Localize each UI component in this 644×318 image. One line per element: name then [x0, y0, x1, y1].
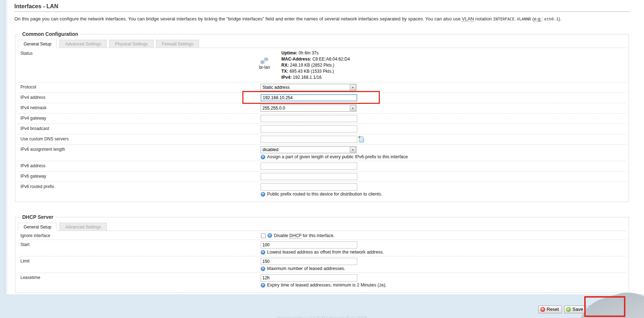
dhcp-abbr: DHCP — [289, 233, 301, 238]
page-description: On this page you can configure the netwo… — [14, 16, 630, 23]
status-line-ipv4: IPv4: 192.168.1.1/16 — [281, 74, 350, 81]
ipv6-assignment-select[interactable]: disabled ▼ — [261, 146, 357, 153]
form-row-limit: Limit ? Maximum number of leased address… — [18, 256, 626, 273]
luci-interfaces-page: Interfaces - LAN On this page you can co… — [0, 0, 644, 318]
form-row-custom-dns: Use custom DNS servers + — [18, 134, 626, 145]
form-row-ignore-interface: Ignore interface ? Disable DHCP for this… — [18, 231, 626, 240]
chevron-down-icon: ▼ — [350, 147, 356, 153]
leasetime-input[interactable] — [261, 274, 357, 281]
reset-icon: ✕ — [540, 307, 545, 312]
description-text: On this page you can configure the netwo… — [14, 16, 462, 21]
start-help: ? Lowest leased address as offset from t… — [261, 250, 626, 255]
ipv6-assignment-help: ? Assign a part of given length of every… — [261, 154, 626, 159]
dhcp-tab-general-setup[interactable]: General Setup — [18, 223, 57, 231]
protocol-select[interactable]: Static address ▼ — [261, 84, 357, 91]
form-row-protocol: Protocol Static address ▼ — [18, 82, 626, 93]
common-config-tabbar: General Setup Advanced Settings Physical… — [18, 38, 626, 48]
save-button[interactable]: ✓ Save — [564, 305, 586, 313]
ipv4-netmask-select[interactable]: 255.255.0.0 ▼ — [261, 105, 357, 112]
protocol-select-value: Static address — [261, 85, 350, 90]
ipv6-assignment-label: IPv6 assignment length — [18, 146, 261, 159]
leasetime-label: Leasetime — [18, 274, 261, 288]
common-configuration-legend: Common Configuration — [20, 31, 80, 37]
ipv4-gateway-label: IPv4 gateway — [18, 115, 261, 122]
help-icon: ? — [267, 233, 272, 238]
ipv6-prefix-input[interactable] — [261, 183, 357, 191]
device-block: br-lan — [251, 50, 279, 81]
start-input[interactable] — [261, 241, 357, 249]
ignore-interface-help: Disable DHCP for this interface. — [274, 233, 334, 238]
ipv4-broadcast-label: IPv4 broadcast — [18, 125, 261, 132]
form-row-ipv4-broadcast: IPv4 broadcast — [18, 124, 626, 134]
save-icon: ✓ — [566, 307, 571, 312]
start-label: Start — [18, 241, 261, 255]
ipv6-assignment-select-value: disabled — [261, 147, 350, 152]
tab-general-setup[interactable]: General Setup — [18, 40, 57, 48]
ignore-interface-label: Ignore interface — [18, 232, 261, 238]
help-icon: ? — [261, 250, 265, 255]
ipv6-prefix-help: ? Public prefix routed to this device fo… — [261, 192, 626, 197]
eth01-code: eth0.1 — [544, 17, 558, 21]
help-icon: ? — [261, 283, 265, 288]
dhcp-tab-advanced-settings[interactable]: Advanced Settings — [59, 223, 107, 231]
help-icon: ? — [261, 192, 265, 197]
device-name: br-lan — [259, 65, 270, 70]
left-edge-gradient — [4, 0, 8, 294]
eg-abbr: e.g. — [534, 16, 542, 22]
limit-input[interactable] — [261, 258, 357, 265]
form-row-leasetime: Leasetime ? Expiry time of leased addres… — [18, 273, 626, 289]
page-title: Interfaces - LAN — [14, 0, 630, 12]
dhcp-server-section: DHCP Server General Setup Advanced Setti… — [15, 214, 629, 293]
leasetime-code: 2m — [379, 283, 384, 288]
ipv4-netmask-select-value: 255.255.0.0 — [261, 106, 350, 111]
reset-button[interactable]: ✕ Reset — [538, 305, 562, 313]
status-line-rx: RX: 248.19 KB (2852 Pkts.) — [281, 62, 350, 68]
chevron-down-icon: ▼ — [350, 105, 356, 111]
tab-firewall-settings[interactable]: Firewall Settings — [156, 40, 199, 48]
form-row-ipv6-address: IPv6 address — [18, 161, 626, 172]
ipv6-address-input[interactable] — [261, 163, 357, 170]
status-label: Status — [18, 50, 33, 56]
ipv6-prefix-label: IPv6 routed prefix — [18, 183, 261, 197]
status-line-uptime: Uptime: 0h 6m 37s — [281, 50, 350, 56]
dhcp-server-legend: DHCP Server — [20, 214, 55, 220]
custom-dns-input[interactable] — [261, 136, 357, 143]
interface-vlannr-code: INTERFACE.VLANNR — [493, 17, 531, 21]
chevron-down-icon: ▼ — [350, 85, 356, 90]
tab-physical-settings[interactable]: Physical Settings — [109, 40, 153, 48]
protocol-label: Protocol — [18, 84, 261, 91]
status-line-tx: TX: 695.43 KB (1533 Pkts.) — [281, 68, 350, 74]
bridge-icon — [260, 57, 270, 64]
ipv6-gateway-label: IPv6 gateway — [18, 173, 261, 180]
help-icon: ? — [261, 266, 265, 271]
form-row-ipv4-gateway: IPv4 gateway — [18, 114, 626, 124]
status-line-mac: MAC-Address: C8:EE:A6:04:62:D4 — [281, 56, 350, 62]
vlan-abbr: VLAN — [462, 16, 474, 22]
ipv4-address-input[interactable] — [261, 94, 357, 101]
form-row-start: Start ? Lowest leased address as offset … — [18, 240, 626, 256]
leasetime-help-text: Expiry time of leased addresses, minimum… — [267, 283, 387, 288]
form-row-ipv6-prefix: IPv6 routed prefix ? Public prefix route… — [18, 182, 626, 198]
footer-text: Powered by LuCI (LTD Branded) © 2015 — [0, 315, 644, 318]
status-info: Uptime: 0h 6m 37s MAC-Address: C8:EE:A6:… — [281, 50, 350, 81]
form-row-ipv4-address: IPv4 address — [18, 93, 626, 103]
leasetime-help: ? Expiry time of leased addresses, minim… — [261, 283, 626, 288]
status-row: Status br-lan — [18, 48, 626, 82]
ipv6-address-label: IPv6 address — [18, 163, 261, 170]
form-row-ipv4-netmask: IPv4 netmask 255.255.0.0 ▼ — [18, 103, 626, 114]
form-row-ipv6-assignment: IPv6 assignment length disabled ▼ ? Assi… — [18, 145, 626, 161]
dhcp-tabbar: General Setup Advanced Settings — [18, 221, 626, 231]
tab-advanced-settings[interactable]: Advanced Settings — [59, 40, 107, 48]
main-content: Interfaces - LAN On this page you can co… — [4, 0, 644, 294]
common-configuration-section: Common Configuration General Setup Advan… — [15, 31, 629, 202]
ipv4-gateway-input[interactable] — [261, 115, 357, 122]
ipv6-gateway-input[interactable] — [261, 173, 357, 180]
help-icon: ? — [261, 155, 265, 159]
ignore-interface-checkbox[interactable] — [261, 233, 266, 238]
limit-help: ? Maximum number of leased addresses. — [261, 266, 626, 271]
ipv4-address-label: IPv4 address — [18, 94, 261, 101]
ipv4-broadcast-input[interactable] — [261, 125, 357, 132]
add-entry-icon[interactable]: + — [359, 136, 364, 143]
form-row-ipv6-gateway: IPv6 gateway — [18, 172, 626, 182]
custom-dns-label: Use custom DNS servers — [18, 136, 261, 143]
